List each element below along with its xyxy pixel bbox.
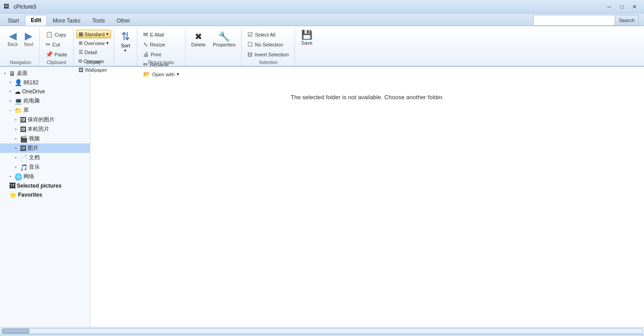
maximize-button[interactable]: □ bbox=[616, 2, 628, 12]
detail-label: Detail bbox=[84, 50, 97, 55]
sidebar-item-onedrive[interactable]: +☁OneDrive bbox=[0, 87, 90, 96]
copy-icon: 📋 bbox=[46, 31, 53, 38]
minimize-button[interactable]: ─ bbox=[603, 2, 615, 12]
cut-button[interactable]: ✂ Cut bbox=[42, 40, 70, 49]
sort-icon: ⇅ bbox=[121, 30, 130, 43]
save-button[interactable]: 💾 Save bbox=[298, 28, 316, 48]
expand-icon-selected-pictures[interactable] bbox=[2, 183, 8, 189]
email-button[interactable]: ✉ E-Mail bbox=[140, 30, 182, 39]
delete-props-group: ✖ Delete 🔧 Properties bbox=[186, 28, 242, 66]
select-all-button[interactable]: ☑ Select All bbox=[244, 30, 292, 39]
sidebar-item-86182[interactable]: +👤86182 bbox=[0, 78, 90, 87]
app-icon: 🖼 bbox=[4, 3, 11, 10]
standard-button[interactable]: ▦ Standard ▾ bbox=[76, 30, 111, 38]
paste-button[interactable]: 📌 Paste bbox=[42, 50, 70, 59]
title-controls: ─ □ ✕ bbox=[603, 2, 640, 12]
tab-tools[interactable]: Tools bbox=[86, 15, 111, 26]
expand-icon-onedrive[interactable]: + bbox=[7, 88, 14, 95]
expand-icon-music[interactable]: + bbox=[13, 164, 19, 170]
expand-icon-network[interactable]: + bbox=[7, 174, 14, 180]
tree-icon-network: 🌐 bbox=[14, 173, 22, 180]
scroll-thumb[interactable] bbox=[2, 329, 29, 333]
expand-icon-images[interactable]: + bbox=[13, 145, 19, 152]
tree-icon-saved-pics: 🖼 bbox=[20, 116, 26, 124]
search-button[interactable]: Search bbox=[615, 15, 639, 26]
sidebar-item-network[interactable]: +🌐网络 bbox=[0, 172, 90, 181]
back-label: Back bbox=[8, 42, 18, 47]
tree-label-86182: 86182 bbox=[23, 79, 38, 86]
copy-button[interactable]: 📋 Copy bbox=[42, 30, 70, 39]
tree-label-selected-pictures: Selected pictures bbox=[17, 183, 61, 189]
nav-buttons: ◀ Back ▶ Next bbox=[5, 28, 36, 48]
tree-icon-music: 🎵 bbox=[20, 164, 28, 171]
print-button[interactable]: 🖨 Print bbox=[140, 50, 182, 59]
sidebar-item-images[interactable]: +🖼图片 bbox=[0, 143, 90, 153]
sidebar-item-docs[interactable]: +📄文档 bbox=[0, 153, 90, 162]
expand-icon-thispc[interactable]: + bbox=[7, 98, 14, 104]
overview-label: Overview bbox=[84, 41, 105, 46]
tab-other[interactable]: Other bbox=[111, 15, 136, 26]
content-area: The selected folder is not available. Ch… bbox=[90, 67, 644, 327]
sidebar-item-videos[interactable]: +🎬视频 bbox=[0, 134, 90, 143]
open-with-button[interactable]: 📂 Open with ▾ bbox=[140, 69, 182, 79]
tab-edit[interactable]: Edit bbox=[25, 15, 47, 26]
expand-icon-library[interactable]: − bbox=[7, 107, 14, 114]
delete-icon: ✖ bbox=[195, 32, 202, 41]
sidebar-item-favorites[interactable]: ⭐Favorites bbox=[0, 190, 90, 199]
print-label: Print bbox=[151, 52, 161, 57]
close-button[interactable]: ✕ bbox=[629, 2, 640, 12]
save-icon: 💾 bbox=[301, 30, 313, 39]
select-all-label: Select All bbox=[255, 32, 275, 37]
bottom-scrollbar[interactable] bbox=[0, 327, 644, 334]
sidebar-item-library[interactable]: −📁库 bbox=[0, 106, 90, 115]
save-label: Save bbox=[301, 40, 313, 46]
invert-selection-label: Invert Selection bbox=[254, 52, 289, 57]
properties-button[interactable]: 🔧 Properties bbox=[210, 30, 238, 50]
tree-icon-local-pics: 🖼 bbox=[20, 126, 26, 133]
tree-label-library: 库 bbox=[23, 106, 29, 114]
expand-icon-desktop[interactable]: + bbox=[2, 70, 8, 77]
detail-button[interactable]: ☰ Detail bbox=[76, 48, 111, 56]
sort-button[interactable]: ⇅ Sort ▾ bbox=[117, 28, 134, 55]
overview-button[interactable]: ⊞ Overview ▾ bbox=[76, 39, 111, 47]
tab-start[interactable]: Start bbox=[2, 15, 25, 26]
back-button[interactable]: ◀ Back bbox=[5, 29, 20, 48]
sidebar-item-saved-pics[interactable]: +🖼保存的图片 bbox=[0, 115, 90, 124]
expand-icon-docs[interactable]: + bbox=[13, 155, 19, 161]
sort-label: Sort bbox=[121, 43, 130, 48]
expand-icon-86182[interactable]: + bbox=[7, 79, 14, 86]
no-selection-button[interactable]: ☐ No Selection bbox=[244, 40, 292, 49]
invert-selection-button[interactable]: ⊟ Invert Selection bbox=[244, 50, 292, 59]
tree-label-thispc: 此电脑 bbox=[23, 97, 40, 105]
expand-icon-favorites[interactable] bbox=[2, 192, 8, 198]
expand-icon-local-pics[interactable]: + bbox=[13, 126, 19, 133]
search-input[interactable] bbox=[533, 15, 615, 26]
wallpaper-label: Wallpaper bbox=[85, 67, 107, 73]
detail-icon: ☰ bbox=[79, 49, 83, 55]
resize-button[interactable]: ⤡ Resize bbox=[140, 40, 182, 49]
resize-label: Resize bbox=[150, 42, 165, 47]
tree-icon-selected-pictures: 🖼 bbox=[9, 182, 15, 189]
navigation-label: Navigation bbox=[2, 60, 39, 65]
title-bar: 🖼 cPicture3 ─ □ ✕ bbox=[0, 0, 644, 14]
tab-more-tasks[interactable]: More Tasks bbox=[47, 15, 86, 26]
sidebar-item-selected-pictures[interactable]: 🖼Selected pictures bbox=[0, 181, 90, 190]
delete-button[interactable]: ✖ Delete bbox=[188, 30, 209, 50]
paste-label: Paste bbox=[55, 52, 67, 57]
resize-icon: ⤡ bbox=[143, 41, 148, 48]
wallpaper-button[interactable]: 🖼 Wallpaper bbox=[76, 66, 111, 74]
invert-selection-icon: ⊟ bbox=[247, 51, 252, 58]
selection-group: ☑ Select All ☐ No Selection ⊟ Invert Sel… bbox=[242, 28, 295, 66]
sidebar-item-thispc[interactable]: +💻此电脑 bbox=[0, 96, 90, 106]
tree-icon-library: 📁 bbox=[14, 107, 22, 114]
ribbon-tabs: Start Edit More Tasks Tools Other Search bbox=[0, 14, 644, 26]
tree-label-images: 图片 bbox=[28, 144, 38, 152]
next-button[interactable]: ▶ Next bbox=[22, 29, 36, 48]
display-label: Display bbox=[74, 60, 114, 65]
expand-icon-videos[interactable]: + bbox=[13, 136, 19, 142]
sidebar-item-local-pics[interactable]: +🖼本机照片 bbox=[0, 124, 90, 134]
expand-icon-saved-pics[interactable]: + bbox=[13, 117, 19, 123]
sidebar-item-music[interactable]: +🎵音乐 bbox=[0, 162, 90, 172]
email-label: E-Mail bbox=[150, 32, 164, 37]
standard-icon: ▦ bbox=[79, 31, 83, 37]
